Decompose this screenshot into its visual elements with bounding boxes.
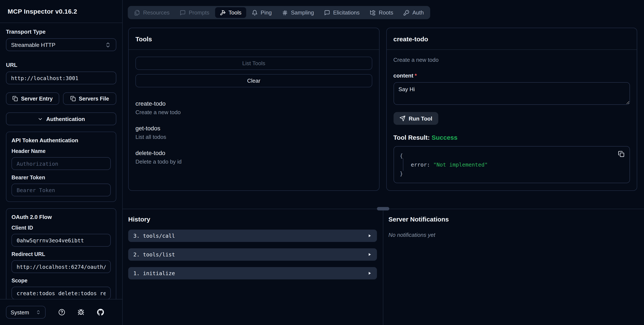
sidebar-footer: System bbox=[0, 299, 122, 325]
expand-caret-icon bbox=[367, 234, 372, 238]
required-marker: * bbox=[415, 72, 417, 79]
theme-select[interactable]: System bbox=[6, 306, 46, 318]
sidebar: MCP Inspector v0.16.2 Transport Type Str… bbox=[0, 0, 123, 325]
tab-label: Auth bbox=[412, 9, 424, 16]
copy-icon bbox=[12, 96, 18, 102]
run-tool-button-label: Run Tool bbox=[409, 115, 432, 122]
tab-row: Resources Prompts Tools Ping Sampling bbox=[123, 0, 644, 19]
history-row-label: 3. tools/call bbox=[133, 232, 175, 239]
chevrons-up-down-icon bbox=[105, 42, 111, 48]
main-area: Resources Prompts Tools Ping Sampling bbox=[123, 0, 644, 325]
tool-subtitle: Create a new todo bbox=[393, 57, 630, 63]
footer-icons bbox=[46, 309, 116, 316]
message-square-icon bbox=[180, 10, 186, 16]
folder-tree-icon bbox=[370, 10, 376, 16]
top-panels: Tools List Tools Clear create-todo Creat… bbox=[123, 28, 644, 191]
history-row-label: 2. tools/list bbox=[133, 251, 175, 258]
json-open-brace: { bbox=[400, 151, 624, 160]
json-error-row: error: "Not implemented" bbox=[400, 160, 624, 169]
scope-input[interactable] bbox=[12, 287, 111, 299]
history-panel: History 3. tools/call 2. tools/list 1. i… bbox=[123, 209, 383, 325]
app: MCP Inspector v0.16.2 Transport Type Str… bbox=[0, 0, 644, 325]
tool-list-item-delete-todo[interactable]: delete-todo Delete a todo by id bbox=[136, 150, 372, 165]
bearer-token-input[interactable] bbox=[12, 184, 111, 196]
app-title: MCP Inspector v0.16.2 bbox=[8, 8, 77, 15]
client-id-label: Client ID bbox=[12, 225, 111, 231]
github-icon[interactable] bbox=[97, 309, 104, 316]
scope-label: Scope bbox=[12, 278, 111, 284]
content-textarea[interactable]: Say Hi bbox=[393, 82, 630, 105]
tab-sampling[interactable]: Sampling bbox=[277, 7, 318, 18]
tab-prompts[interactable]: Prompts bbox=[175, 7, 214, 18]
tab-roots[interactable]: Roots bbox=[365, 7, 398, 18]
hammer-icon bbox=[220, 10, 226, 16]
copy-buttons-row: Server Entry Servers File bbox=[6, 92, 116, 105]
sidebar-header: MCP Inspector v0.16.2 bbox=[0, 0, 122, 23]
history-row-initialize[interactable]: 1. initialize bbox=[128, 267, 377, 280]
copy-icon bbox=[618, 151, 624, 157]
list-tools-button[interactable]: List Tools bbox=[136, 57, 372, 70]
bell-icon bbox=[252, 10, 258, 16]
history-row-tools-call[interactable]: 3. tools/call bbox=[128, 230, 377, 242]
redirect-url-input[interactable] bbox=[12, 260, 111, 273]
tabbar: Resources Prompts Tools Ping Sampling bbox=[128, 6, 430, 19]
run-tool-panel-title: create-todo bbox=[386, 28, 637, 50]
tool-list-item-get-todos[interactable]: get-todos List all todos bbox=[136, 125, 372, 140]
tab-ping[interactable]: Ping bbox=[247, 7, 276, 18]
url-input[interactable] bbox=[6, 72, 116, 84]
tab-label: Roots bbox=[379, 9, 393, 16]
client-id-input[interactable] bbox=[12, 234, 111, 247]
json-close-brace: } bbox=[400, 169, 624, 178]
header-name-input[interactable] bbox=[12, 157, 111, 170]
tool-result-line: Tool Result: Success bbox=[393, 134, 630, 141]
bug-icon[interactable] bbox=[78, 309, 84, 316]
tool-description: Delete a todo by id bbox=[136, 158, 372, 165]
tab-label: Elicitations bbox=[333, 9, 360, 16]
tab-auth[interactable]: Auth bbox=[399, 7, 429, 18]
tool-result-json-box: { error: "Not implemented" } bbox=[393, 146, 630, 183]
message-square-icon bbox=[324, 10, 330, 16]
chevron-down-icon bbox=[37, 116, 43, 122]
tool-list: create-todo Create a new todo get-todos … bbox=[136, 100, 372, 165]
sidebar-body: Transport Type Streamable HTTP URL Serve… bbox=[0, 23, 122, 299]
json-value: "Not implemented" bbox=[433, 162, 488, 168]
tool-name: create-todo bbox=[136, 100, 372, 107]
help-icon[interactable] bbox=[58, 309, 65, 316]
oauth-flow-title: OAuth 2.0 Flow bbox=[12, 214, 111, 220]
run-tool-button[interactable]: Run Tool bbox=[393, 112, 438, 125]
authentication-toggle[interactable]: Authentication bbox=[6, 112, 116, 125]
copy-result-button[interactable] bbox=[618, 151, 624, 158]
content-label-text: content bbox=[393, 72, 413, 79]
theme-select-value: System bbox=[11, 309, 29, 316]
run-tool-panel: create-todo Create a new todo content* S… bbox=[386, 28, 637, 191]
history-row-label: 1. initialize bbox=[133, 270, 175, 276]
bearer-token-label: Bearer Token bbox=[12, 175, 111, 180]
tool-list-item-create-todo[interactable]: create-todo Create a new todo bbox=[136, 100, 372, 116]
no-notifications-text: No notifications yet bbox=[388, 232, 637, 238]
tool-name: delete-todo bbox=[136, 150, 372, 156]
authentication-toggle-label: Authentication bbox=[46, 116, 85, 122]
server-entry-label: Server Entry bbox=[21, 96, 53, 102]
tab-label: Resources bbox=[143, 9, 170, 16]
hash-icon bbox=[282, 10, 288, 16]
tools-panel-body: List Tools Clear create-todo Create a ne… bbox=[129, 50, 379, 190]
tool-description: Create a new todo bbox=[136, 109, 372, 116]
history-row-tools-list[interactable]: 2. tools/list bbox=[128, 248, 377, 261]
tab-label: Ping bbox=[261, 9, 272, 16]
servers-file-button[interactable]: Servers File bbox=[63, 92, 116, 105]
tab-tools[interactable]: Tools bbox=[215, 7, 246, 18]
tool-result-label: Tool Result: bbox=[393, 134, 430, 141]
splitter-drag-handle[interactable] bbox=[377, 207, 389, 210]
expand-caret-icon bbox=[367, 271, 372, 276]
history-rows: 3. tools/call 2. tools/list 1. initializ… bbox=[128, 230, 377, 280]
redirect-url-label: Redirect URL bbox=[12, 251, 111, 257]
transport-type-select[interactable]: Streamable HTTP bbox=[6, 38, 116, 51]
server-entry-button[interactable]: Server Entry bbox=[6, 92, 59, 105]
tab-elicitations[interactable]: Elicitations bbox=[320, 7, 364, 18]
content-field-label: content* bbox=[393, 72, 630, 79]
tab-resources[interactable]: Resources bbox=[130, 7, 174, 18]
tab-label: Prompts bbox=[189, 9, 209, 16]
header-name-label: Header Name bbox=[12, 148, 111, 154]
clear-button[interactable]: Clear bbox=[136, 74, 372, 87]
horizontal-splitter bbox=[123, 209, 644, 209]
